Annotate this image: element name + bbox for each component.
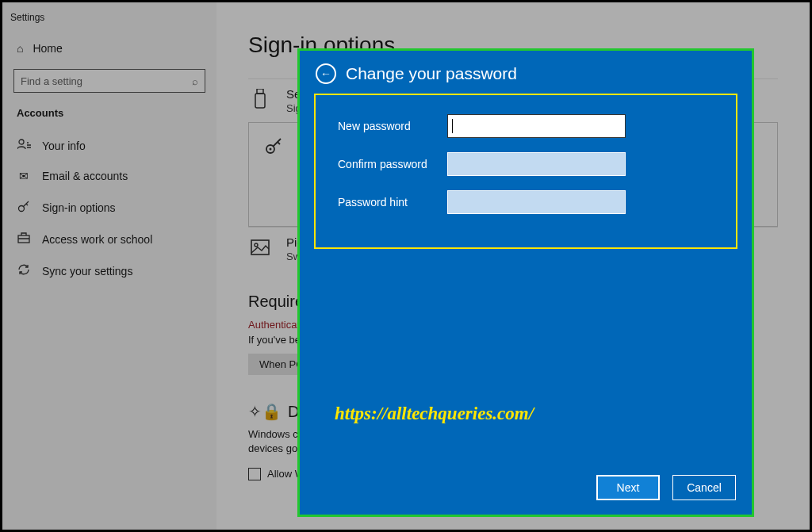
search-icon: ⌕	[192, 75, 198, 87]
sidebar-item-sync[interactable]: Sync your settings	[2, 255, 216, 287]
window-title: Settings	[2, 9, 216, 37]
svg-rect-3	[257, 89, 263, 94]
sync-icon	[17, 263, 31, 278]
lock-sparkle-icon: ✧🔒	[248, 402, 282, 421]
dialog-title: Change your password	[346, 64, 517, 83]
back-arrow-icon: ←	[320, 67, 331, 80]
mail-icon: ✉	[17, 170, 31, 182]
sidebar-item-work[interactable]: Access work or school	[2, 224, 216, 255]
label-password-hint: Password hint	[338, 196, 441, 209]
change-password-dialog: ← Change your password New password Conf…	[300, 51, 752, 515]
label-new-password: New password	[338, 120, 441, 132]
label-confirm-password: Confirm password	[338, 158, 441, 170]
key-large-icon	[262, 134, 285, 158]
password-hint-input[interactable]	[447, 190, 626, 214]
svg-point-8	[255, 243, 258, 247]
new-password-input[interactable]	[447, 114, 626, 138]
usb-icon	[248, 87, 272, 111]
sidebar-item-label: Email & accounts	[42, 170, 128, 182]
sidebar-item-label: Sync your settings	[42, 265, 132, 277]
sidebar-item-signin[interactable]: Sign-in options	[2, 191, 216, 224]
home-icon: ⌂	[17, 42, 23, 55]
back-button[interactable]: ←	[316, 63, 336, 84]
svg-point-6	[270, 148, 272, 151]
sidebar-item-email[interactable]: ✉ Email & accounts	[2, 161, 216, 191]
svg-rect-7	[251, 240, 269, 255]
sidebar: Settings ⌂ Home Find a setting ⌕ Account…	[2, 2, 216, 530]
watermark-text: https://alltechqueries.com/	[335, 404, 736, 424]
person-icon	[17, 139, 31, 152]
checkbox[interactable]	[248, 468, 261, 480]
briefcase-icon	[17, 232, 31, 246]
row-new-password: New password	[338, 114, 722, 138]
sidebar-item-label: Access work or school	[42, 233, 152, 246]
sidebar-home-label: Home	[33, 42, 62, 55]
dialog-header: ← Change your password	[316, 63, 736, 84]
row-confirm-password: Confirm password	[338, 152, 722, 176]
dialog-footer: Next Cancel	[316, 475, 736, 500]
form-highlight: New password Confirm password Password h…	[314, 94, 737, 249]
key-icon	[17, 200, 31, 215]
svg-point-0	[19, 140, 24, 144]
confirm-password-input[interactable]	[447, 152, 626, 176]
sidebar-item-label: Your info	[42, 140, 86, 152]
search-input[interactable]: Find a setting ⌕	[13, 69, 205, 93]
picture-icon	[248, 235, 272, 259]
search-placeholder: Find a setting	[21, 75, 82, 87]
cancel-button[interactable]: Cancel	[672, 475, 736, 500]
next-button[interactable]: Next	[596, 475, 660, 500]
sidebar-section-accounts: Accounts	[2, 107, 216, 130]
row-password-hint: Password hint	[338, 190, 722, 214]
sidebar-item-label: Sign-in options	[42, 201, 116, 214]
sidebar-item-your-info[interactable]: Your info	[2, 130, 216, 161]
sidebar-home[interactable]: ⌂ Home	[2, 37, 216, 69]
svg-rect-4	[255, 94, 265, 108]
